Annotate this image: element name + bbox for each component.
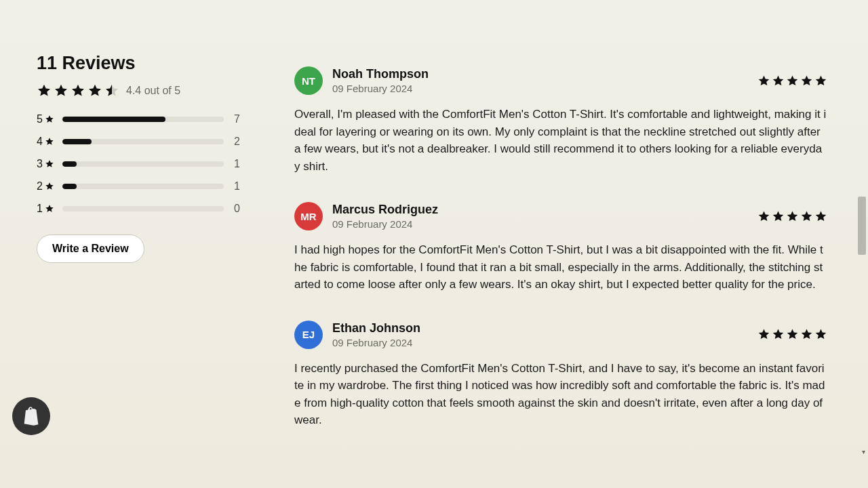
star-icon xyxy=(757,75,770,87)
review-item: EJ Ethan Johnson 09 February 2024 I rece… xyxy=(294,321,827,429)
rating-distribution-row[interactable]: 4 2 xyxy=(37,136,240,148)
shopify-icon xyxy=(21,406,41,426)
avatar: NT xyxy=(294,66,323,95)
review-body: I recently purchased the ComfortFit Men'… xyxy=(294,360,827,429)
average-rating-text: 4.4 out of 5 xyxy=(126,85,180,97)
average-stars xyxy=(37,83,119,98)
star-icon xyxy=(800,75,813,87)
rating-distribution-row[interactable]: 1 0 xyxy=(37,203,240,215)
avatar: EJ xyxy=(294,321,323,349)
scrollbar[interactable]: ▾ xyxy=(857,0,867,488)
reviews-list: NT Noah Thompson 09 February 2024 Overal… xyxy=(294,53,827,456)
dist-count: 1 xyxy=(231,180,240,192)
dist-label: 5 xyxy=(37,113,56,125)
review-item: MR Marcus Rodriguez 09 February 2024 I h… xyxy=(294,202,827,293)
dist-bar xyxy=(62,184,224,189)
star-icon xyxy=(814,75,827,87)
dist-label: 4 xyxy=(37,136,56,148)
star-icon xyxy=(45,204,54,214)
dist-count: 1 xyxy=(231,158,240,170)
reviews-heading: 11 Reviews xyxy=(37,53,240,74)
review-date: 09 February 2024 xyxy=(332,83,757,94)
star-icon xyxy=(37,83,52,98)
review-item: NT Noah Thompson 09 February 2024 Overal… xyxy=(294,66,827,175)
star-icon xyxy=(772,328,785,341)
shopify-badge[interactable] xyxy=(12,397,50,435)
dist-bar xyxy=(62,117,224,122)
star-icon xyxy=(54,83,68,98)
star-icon xyxy=(757,328,770,341)
star-icon xyxy=(786,328,799,341)
dist-label: 2 xyxy=(37,180,56,192)
dist-bar xyxy=(62,139,224,144)
reviewer-name: Ethan Johnson xyxy=(332,321,757,336)
avatar: MR xyxy=(294,202,323,230)
dist-bar xyxy=(62,206,224,211)
dist-count: 2 xyxy=(231,136,240,148)
dist-label: 3 xyxy=(37,158,56,170)
review-stars xyxy=(757,328,827,341)
star-icon xyxy=(87,83,102,98)
star-icon xyxy=(45,182,54,191)
star-icon xyxy=(800,210,813,223)
star-icon xyxy=(757,210,770,223)
star-icon xyxy=(71,83,85,98)
reviewer-name: Noah Thompson xyxy=(332,67,757,81)
scrollbar-thumb[interactable] xyxy=(858,197,866,255)
review-body: I had high hopes for the ComfortFit Men'… xyxy=(294,241,827,293)
dist-bar xyxy=(62,161,224,167)
star-icon xyxy=(45,115,54,124)
write-review-button[interactable]: Write a Review xyxy=(37,235,144,263)
rating-distribution-row[interactable]: 2 1 xyxy=(37,180,240,192)
reviewer-name: Marcus Rodriguez xyxy=(332,203,757,217)
star-icon xyxy=(45,159,54,169)
star-half-icon xyxy=(104,83,119,98)
review-date: 09 February 2024 xyxy=(332,218,757,230)
dist-count: 7 xyxy=(231,113,240,125)
star-icon xyxy=(814,328,827,341)
scrollbar-down-arrow[interactable]: ▾ xyxy=(862,448,865,455)
average-rating-row: 4.4 out of 5 xyxy=(37,83,240,98)
star-icon xyxy=(786,210,799,223)
review-stars xyxy=(757,75,827,87)
star-icon xyxy=(772,210,785,223)
dist-count: 0 xyxy=(231,203,240,215)
review-date: 09 February 2024 xyxy=(332,337,757,348)
star-icon xyxy=(45,137,54,146)
star-icon xyxy=(786,75,799,87)
star-icon xyxy=(772,75,785,87)
review-body: Overall, I'm pleased with the ComfortFit… xyxy=(294,106,827,175)
star-icon xyxy=(800,328,813,341)
review-stars xyxy=(757,210,827,223)
rating-distribution-row[interactable]: 5 7 xyxy=(37,113,240,125)
star-icon xyxy=(814,210,827,223)
dist-label: 1 xyxy=(37,203,56,215)
rating-distribution-row[interactable]: 3 1 xyxy=(37,158,240,170)
reviews-summary: 11 Reviews 4.4 out of 5 5 7 4 2 3 1 2 1 … xyxy=(37,53,240,456)
